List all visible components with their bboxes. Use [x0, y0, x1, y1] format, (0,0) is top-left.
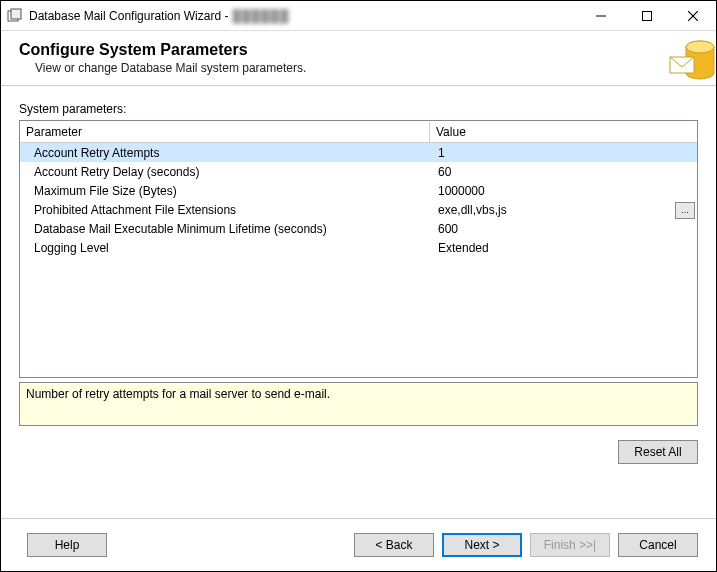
parameter-name: Account Retry Delay (seconds) [20, 164, 430, 180]
system-parameters-label: System parameters: [19, 102, 698, 116]
parameters-table: Parameter Value Account Retry Attempts1A… [19, 120, 698, 378]
parameter-value[interactable]: 1 [430, 145, 697, 161]
parameter-value[interactable]: 60 [430, 164, 697, 180]
parameter-value[interactable]: 1000000 [430, 183, 697, 199]
table-row[interactable]: Maximum File Size (Bytes)1000000 [20, 181, 697, 200]
table-row[interactable]: Account Retry Delay (seconds)60 [20, 162, 697, 181]
help-button[interactable]: Help [27, 533, 107, 557]
parameter-name: Database Mail Executable Minimum Lifetim… [20, 221, 430, 237]
svg-rect-3 [643, 11, 652, 20]
ellipsis-button[interactable]: ... [675, 202, 695, 219]
next-button[interactable]: Next > [442, 533, 522, 557]
reset-all-button[interactable]: Reset All [618, 440, 698, 464]
close-button[interactable] [670, 1, 716, 30]
table-row[interactable]: Logging LevelExtended [20, 238, 697, 257]
wizard-body: System parameters: Parameter Value Accou… [1, 86, 716, 518]
svg-point-7 [686, 41, 714, 53]
column-header-parameter[interactable]: Parameter [20, 122, 430, 142]
table-header: Parameter Value [20, 121, 697, 143]
cancel-button[interactable]: Cancel [618, 533, 698, 557]
table-row[interactable]: Database Mail Executable Minimum Lifetim… [20, 219, 697, 238]
back-button[interactable]: < Back [354, 533, 434, 557]
parameter-name: Prohibited Attachment File Extensions [20, 202, 430, 218]
parameter-name: Logging Level [20, 240, 430, 256]
parameter-value-text: 1000000 [438, 184, 485, 198]
parameter-description: Number of retry attempts for a mail serv… [19, 382, 698, 426]
maximize-button[interactable] [624, 1, 670, 30]
window-title: Database Mail Configuration Wizard - [29, 9, 228, 23]
parameter-value-text: exe,dll,vbs,js [438, 203, 507, 217]
parameter-value[interactable]: 600 [430, 221, 697, 237]
title-bar: Database Mail Configuration Wizard - ███… [1, 1, 716, 31]
parameter-value-text: 600 [438, 222, 458, 236]
parameter-value-text: 60 [438, 165, 451, 179]
finish-button[interactable]: Finish >>| [530, 533, 610, 557]
svg-rect-1 [11, 9, 21, 19]
table-row[interactable]: Account Retry Attempts1 [20, 143, 697, 162]
page-subtitle: View or change Database Mail system para… [35, 61, 698, 75]
wizard-header: Configure System Parameters View or chan… [1, 31, 716, 86]
app-icon [7, 8, 23, 24]
wizard-footer: Help < Back Next > Finish >>| Cancel [1, 518, 716, 571]
parameter-value[interactable]: Extended [430, 240, 697, 256]
parameter-value-text: Extended [438, 241, 489, 255]
table-row[interactable]: Prohibited Attachment File Extensionsexe… [20, 200, 697, 219]
wizard-window: Database Mail Configuration Wizard - ███… [0, 0, 717, 572]
window-controls [578, 1, 716, 30]
parameter-value[interactable]: exe,dll,vbs,js... [430, 202, 697, 218]
page-title: Configure System Parameters [19, 41, 698, 59]
minimize-button[interactable] [578, 1, 624, 30]
parameter-value-text: 1 [438, 146, 445, 160]
parameter-name: Account Retry Attempts [20, 145, 430, 161]
table-body: Account Retry Attempts1Account Retry Del… [20, 143, 697, 377]
window-title-extra: ██████ [232, 9, 289, 23]
database-mail-icon [668, 37, 716, 85]
parameter-name: Maximum File Size (Bytes) [20, 183, 430, 199]
column-header-value[interactable]: Value [430, 122, 697, 142]
